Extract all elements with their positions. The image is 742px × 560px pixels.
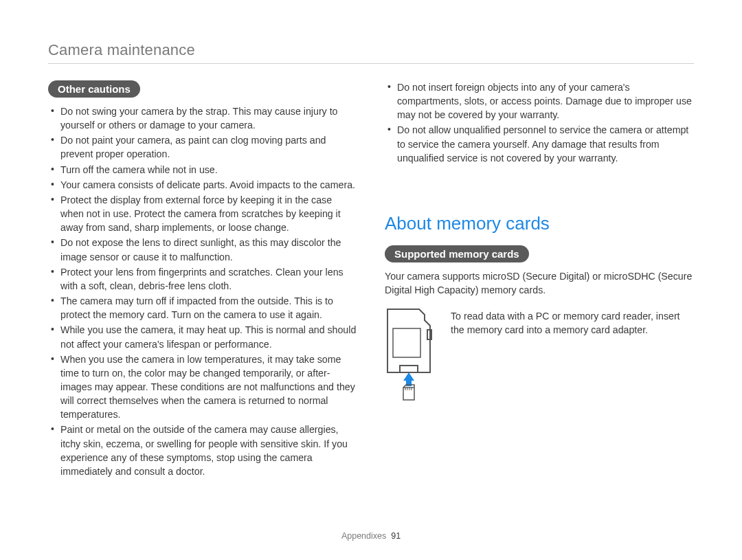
list-item: Do not swing your camera by the strap. T… — [48, 104, 357, 132]
page-footer: Appendixes 91 — [0, 531, 742, 541]
pill-supported-memory-cards: Supported memory cards — [385, 245, 529, 262]
supported-cards-body: Your camera supports microSD (Secure Dig… — [385, 269, 694, 297]
left-column: Other cautions Do not swing your camera … — [48, 80, 357, 480]
list-item: Do not allow unqualified personnel to se… — [385, 123, 694, 164]
list-item: Protect the display from external force … — [48, 193, 357, 234]
list-item: Do not insert foreign objects into any o… — [385, 80, 694, 122]
section-title-about-memory-cards: About memory cards — [385, 213, 694, 234]
list-item: Protect your lens from fingerprints and … — [48, 265, 357, 293]
list-item: Paint or metal on the outside of the cam… — [48, 423, 357, 478]
svg-rect-2 — [400, 366, 418, 372]
svg-rect-1 — [393, 328, 420, 357]
list-item: The camera may turn off if impacted from… — [48, 294, 357, 322]
other-cautions-list: Do not swing your camera by the strap. T… — [48, 104, 357, 478]
figure-row: To read data with a PC or memory card re… — [385, 306, 694, 405]
list-item: Turn off the camera while not in use. — [48, 163, 357, 177]
content-columns: Other cautions Do not swing your camera … — [48, 80, 694, 480]
list-item: Do not paint your camera, as paint can c… — [48, 133, 357, 161]
right-column: Do not insert foreign objects into any o… — [385, 80, 694, 480]
page-title: Camera maintenance — [48, 41, 694, 64]
svg-marker-3 — [403, 372, 414, 386]
right-top-list: Do not insert foreign objects into any o… — [385, 80, 694, 165]
figure-caption: To read data with a PC or memory card re… — [451, 306, 694, 337]
footer-page-number: 91 — [391, 531, 401, 541]
pill-other-cautions: Other cautions — [48, 80, 140, 98]
list-item: Do not expose the lens to direct sunligh… — [48, 236, 357, 263]
sd-adapter-icon — [385, 306, 438, 403]
manual-page: Camera maintenance Other cautions Do not… — [0, 0, 742, 560]
footer-section-label: Appendixes — [341, 531, 386, 541]
list-item: When you use the camera in low temperatu… — [48, 352, 357, 422]
list-item: Your camera consists of delicate parts. … — [48, 178, 357, 192]
list-item: While you use the camera, it may heat up… — [48, 323, 357, 350]
sd-adapter-illustration — [385, 306, 438, 405]
